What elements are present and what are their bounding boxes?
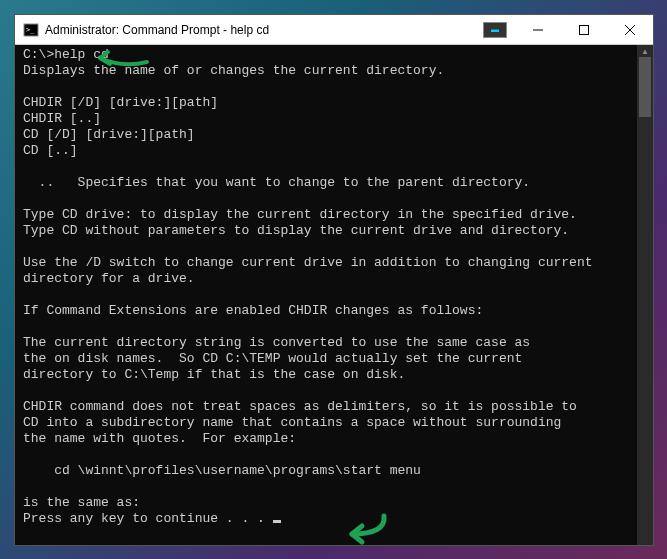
- output-line: Displays the name of or changes the curr…: [23, 63, 444, 78]
- output-line: CD [..]: [23, 143, 78, 158]
- output-line: the on disk names. So CD C:\TEMP would a…: [23, 351, 522, 366]
- window-title: Administrator: Command Prompt - help cd: [45, 23, 483, 37]
- prompt: C:\>: [23, 47, 54, 62]
- command-prompt-window: >_ Administrator: Command Prompt - help …: [14, 14, 654, 546]
- output-line: CD into a subdirectory name that contain…: [23, 415, 561, 430]
- output-line: If Command Extensions are enabled CHDIR …: [23, 303, 483, 318]
- minimize-button[interactable]: [515, 15, 561, 45]
- scroll-up-icon[interactable]: ▲: [637, 45, 653, 57]
- output-line: directory for a drive.: [23, 271, 195, 286]
- output-line: directory to C:\Temp if that is the case…: [23, 367, 405, 382]
- output-line: the name with quotes. For example:: [23, 431, 296, 446]
- output-line: CHDIR command does not treat spaces as d…: [23, 399, 577, 414]
- output-line: Use the /D switch to change current driv…: [23, 255, 593, 270]
- scrollbar[interactable]: ▲: [637, 45, 653, 545]
- continue-prompt: Press any key to continue . . .: [23, 511, 273, 526]
- titlebar-widget-icon[interactable]: ▬: [483, 22, 507, 38]
- output-line: CHDIR [/D] [drive:][path]: [23, 95, 218, 110]
- window-controls: [515, 15, 653, 45]
- output-line: The current directory string is converte…: [23, 335, 530, 350]
- output-line: is the same as:: [23, 495, 140, 510]
- output-line: CD [/D] [drive:][path]: [23, 127, 195, 142]
- maximize-button[interactable]: [561, 15, 607, 45]
- output-line: Type CD drive: to display the current di…: [23, 207, 577, 222]
- cmd-icon: >_: [23, 22, 39, 38]
- close-button[interactable]: [607, 15, 653, 45]
- output-line: .. Specifies that you want to change to …: [23, 175, 530, 190]
- output-line: cd \winnt\profiles\username\programs\sta…: [23, 463, 421, 478]
- svg-text:>_: >_: [26, 26, 35, 34]
- cursor: [273, 520, 281, 523]
- output-line: Type CD without parameters to display th…: [23, 223, 569, 238]
- command-text: help cd: [54, 47, 109, 62]
- svg-rect-3: [580, 25, 589, 34]
- output-line: CHDIR [..]: [23, 111, 101, 126]
- terminal-output[interactable]: C:\>help cd Displays the name of or chan…: [15, 45, 653, 545]
- scrollbar-thumb[interactable]: [639, 57, 651, 117]
- titlebar[interactable]: >_ Administrator: Command Prompt - help …: [15, 15, 653, 45]
